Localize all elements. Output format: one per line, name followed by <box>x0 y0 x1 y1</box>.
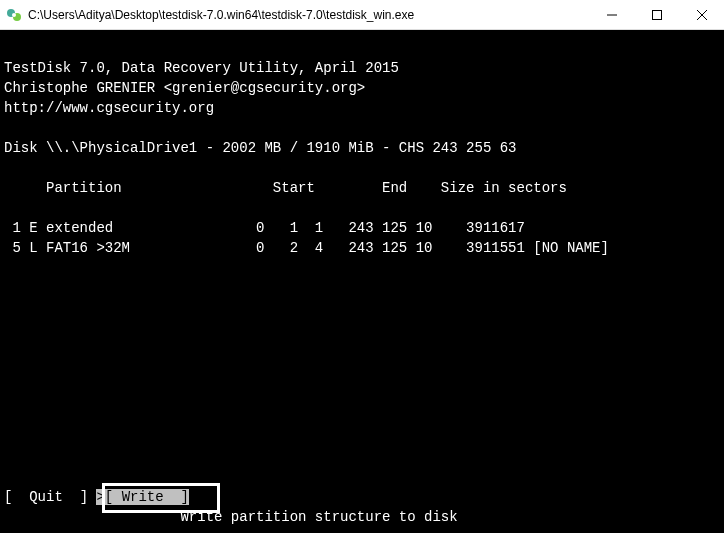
close-button[interactable] <box>679 0 724 29</box>
window-titlebar: C:\Users\Aditya\Desktop\testdisk-7.0.win… <box>0 0 724 30</box>
menu-row: [ Quit ] >[ Write ] <box>4 487 189 507</box>
bracket: ] <box>63 489 97 505</box>
svg-point-2 <box>12 13 16 17</box>
write-menu-item[interactable]: >[ Write ] <box>96 489 188 505</box>
partition-column-header: Partition Start End Size in sectors <box>4 180 567 196</box>
write-label: Write <box>122 489 164 505</box>
partition-row: 5 L FAT16 >32M 0 2 4 243 125 10 3911551 … <box>4 240 609 256</box>
app-header-line2: Christophe GRENIER <grenier@cgsecurity.o… <box>4 80 365 96</box>
maximize-button[interactable] <box>634 0 679 29</box>
bracket: [ <box>105 489 122 505</box>
minimize-button[interactable] <box>589 0 634 29</box>
partition-row: 1 E extended 0 1 1 243 125 10 3911617 <box>4 220 525 236</box>
app-icon <box>6 7 22 23</box>
console-area: TestDisk 7.0, Data Recovery Utility, Apr… <box>0 30 724 533</box>
app-header-line1: TestDisk 7.0, Data Recovery Utility, Apr… <box>4 60 399 76</box>
quit-menu-item[interactable]: Quit <box>29 489 63 505</box>
window-controls <box>589 0 724 29</box>
window-title: C:\Users\Aditya\Desktop\testdisk-7.0.win… <box>28 8 589 22</box>
disk-info-line: Disk \\.\PhysicalDrive1 - 2002 MB / 1910… <box>4 140 516 156</box>
svg-rect-4 <box>652 10 661 19</box>
menu-hint: Write partition structure to disk <box>4 507 458 527</box>
bracket: [ <box>4 489 29 505</box>
app-header-line3: http://www.cgsecurity.org <box>4 100 214 116</box>
selection-marker: > <box>96 489 104 505</box>
bracket: ] <box>164 489 189 505</box>
